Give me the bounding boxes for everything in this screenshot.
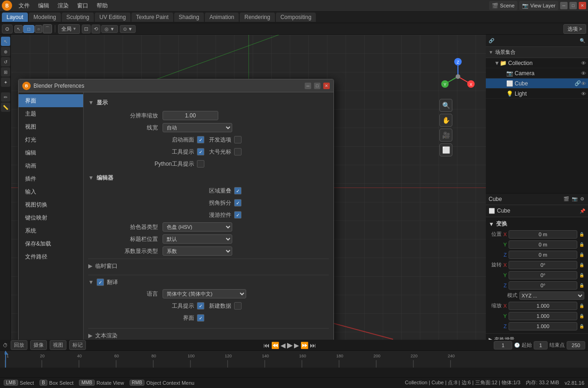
light-eye[interactable]: 👁: [581, 91, 586, 97]
pref-nav-lights[interactable]: 灯光: [19, 133, 83, 146]
prev-key-btn[interactable]: ⏪: [271, 342, 279, 349]
menu-edit[interactable]: 编辑: [34, 1, 53, 11]
tree-light[interactable]: 💡 Light 👁: [486, 89, 588, 99]
scale-z-lock[interactable]: 🔒: [579, 324, 584, 329]
translate-tooltips-checkbox[interactable]: [197, 302, 204, 310]
header-pos-select[interactable]: 默认: [163, 234, 232, 244]
tab-compositing[interactable]: Compositing: [276, 13, 316, 22]
pref-textrender-header[interactable]: ▶ 文本渲染: [88, 330, 329, 340]
large-cursor-checkbox[interactable]: [234, 148, 242, 155]
dev-extras-checkbox[interactable]: [234, 136, 242, 143]
translation-enabled-checkbox[interactable]: [97, 278, 104, 286]
viewport[interactable]: Z X Y 🔍 ✋: [11, 35, 486, 340]
navigate-controls-checkbox[interactable]: [234, 211, 242, 219]
transform-btn[interactable]: ⟲: [91, 25, 100, 33]
python-tooltips-checkbox[interactable]: [197, 160, 204, 168]
pref-nav-interface[interactable]: 界面: [19, 94, 83, 107]
pos-x-input[interactable]: [509, 230, 577, 239]
tree-collection[interactable]: ▼ 📁 Collection 👁: [486, 58, 588, 68]
region-overlap-checkbox[interactable]: [234, 187, 242, 194]
pref-nav-navigation[interactable]: 视图切换: [19, 198, 83, 211]
menu-file[interactable]: 文件: [15, 1, 33, 11]
current-frame-input[interactable]: [494, 341, 512, 349]
scale-x-input[interactable]: [509, 302, 577, 310]
camera-eye[interactable]: 👁: [581, 71, 586, 76]
tooltips-checkbox[interactable]: [197, 148, 204, 155]
camera-btn2[interactable]: 摄像: [30, 340, 47, 350]
pref-nav-keymap[interactable]: 键位映射: [19, 211, 83, 224]
timeline-ruler[interactable]: 1 20 40 60 80 100 120 140 160: [0, 351, 588, 368]
pos-z-input[interactable]: [509, 251, 577, 259]
pref-nav-input[interactable]: 输入: [19, 185, 83, 198]
pivot-btn[interactable]: ◎ ▼: [101, 25, 118, 33]
scale-y-lock[interactable]: 🔒: [579, 314, 584, 318]
annotate-tool-btn[interactable]: ✏: [1, 92, 10, 102]
pref-translation-header[interactable]: ▼ 翻译: [88, 277, 329, 287]
new-data-checkbox[interactable]: [234, 302, 242, 310]
tree-camera[interactable]: 📷 Camera 👁: [486, 68, 588, 78]
startup-checkbox[interactable]: [197, 136, 204, 143]
tab-sculpting[interactable]: Sculpting: [62, 13, 94, 22]
rotation-mode-select[interactable]: XYZ ...: [519, 291, 584, 300]
select-lasso[interactable]: ⌒: [43, 24, 52, 33]
play-btn[interactable]: ▶: [287, 341, 293, 349]
props-settings-icon[interactable]: ⚙: [579, 195, 585, 202]
corner-split-checkbox[interactable]: [234, 199, 242, 207]
props-scene-icon[interactable]: 🎬: [562, 195, 570, 202]
props-render-icon[interactable]: 📷: [571, 195, 578, 202]
options-btn[interactable]: 选项 >: [563, 24, 586, 34]
pin-icon[interactable]: 📌: [580, 208, 585, 213]
pos-y-input[interactable]: [509, 240, 577, 249]
pos-z-lock[interactable]: 🔒: [579, 252, 584, 257]
window-minimize[interactable]: ─: [560, 2, 568, 9]
select-box[interactable]: □: [23, 25, 34, 33]
cube-eye[interactable]: 👁: [581, 81, 586, 86]
global-selector[interactable]: 全局 ▼: [58, 24, 80, 34]
measure-tool-btn[interactable]: 📏: [1, 103, 10, 112]
rot-x-lock[interactable]: 🔒: [579, 263, 584, 267]
view-btn[interactable]: 视图: [50, 340, 66, 350]
tab-shading[interactable]: Shading: [174, 13, 204, 22]
rotate-tool-btn[interactable]: ↺: [1, 57, 10, 66]
tab-rendering[interactable]: Rendering: [240, 13, 274, 22]
view-layer-display[interactable]: View Layer: [530, 3, 555, 8]
pref-editor-header[interactable]: ▼ 编辑器: [88, 172, 329, 183]
delta-transform-section[interactable]: ▶ 变换增量: [486, 334, 588, 340]
pref-nav-save-load[interactable]: 保存&加载: [19, 237, 83, 250]
pref-maximize[interactable]: □: [314, 83, 320, 89]
pref-nav-animation[interactable]: 动画: [19, 159, 83, 172]
orbit-btn[interactable]: 🎥: [439, 129, 452, 142]
pref-nav-file-paths[interactable]: 文件路径: [19, 250, 83, 263]
blender-logo[interactable]: B: [2, 0, 12, 11]
start-frame-input[interactable]: [534, 341, 548, 349]
collection-eye[interactable]: 👁: [581, 60, 586, 66]
scale-tool-btn[interactable]: ⊞: [1, 67, 10, 77]
step-fwd-btn[interactable]: ▶: [294, 342, 299, 349]
pref-tempwindow-header[interactable]: ▶ 临时窗口: [88, 261, 329, 271]
transform-tool-btn[interactable]: ✦: [1, 78, 10, 87]
search-icon[interactable]: 🔍: [580, 38, 585, 43]
pref-nav-system[interactable]: 系统: [19, 224, 83, 237]
object-name-field[interactable]: Cube: [497, 207, 578, 214]
tree-cube[interactable]: ⬜ Cube 🔗 👁: [486, 78, 588, 89]
resolution-scale-input[interactable]: [163, 111, 218, 120]
language-select[interactable]: 简体中文 (简体中文): [163, 289, 246, 298]
tab-animation[interactable]: Animation: [205, 13, 239, 22]
mode-selector[interactable]: ⊙: [2, 25, 13, 33]
snap-btn[interactable]: ⊡: [82, 25, 91, 33]
jump-start-btn[interactable]: ⏮: [263, 342, 270, 349]
tab-uv-editing[interactable]: UV Editing: [95, 13, 131, 22]
next-key-btn[interactable]: ⏩: [301, 342, 308, 349]
scale-y-input[interactable]: [509, 312, 577, 320]
move-tool-btn[interactable]: ⊕: [1, 47, 10, 56]
pref-nav-editing[interactable]: 编辑: [19, 146, 83, 159]
pref-nav-addons[interactable]: 插件: [19, 172, 83, 185]
pan-btn[interactable]: ✋: [439, 114, 452, 127]
pos-x-lock[interactable]: 🔒: [579, 232, 584, 237]
pref-close[interactable]: ✕: [323, 83, 330, 89]
zoom-in-btn[interactable]: 🔍: [439, 99, 452, 112]
cursor-tool-btn[interactable]: ↖: [1, 37, 10, 46]
pref-nav-theme[interactable]: 主题: [19, 107, 83, 120]
step-back-btn[interactable]: ◀: [281, 342, 286, 349]
tab-modeling[interactable]: Modeling: [29, 13, 61, 22]
